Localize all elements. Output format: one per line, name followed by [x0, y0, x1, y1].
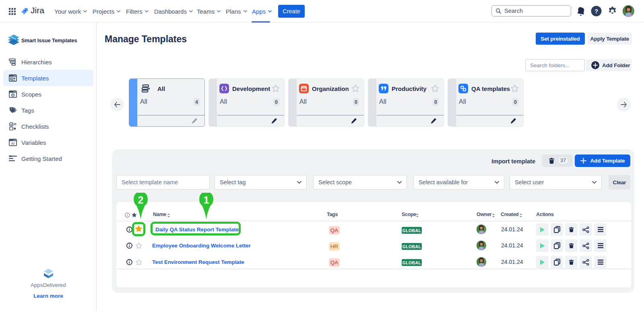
svg-text:(x): (x) — [11, 142, 15, 145]
svg-text:1: 1 — [204, 194, 209, 206]
svg-text:2: 2 — [138, 194, 144, 206]
svg-text:?: ? — [594, 8, 598, 14]
